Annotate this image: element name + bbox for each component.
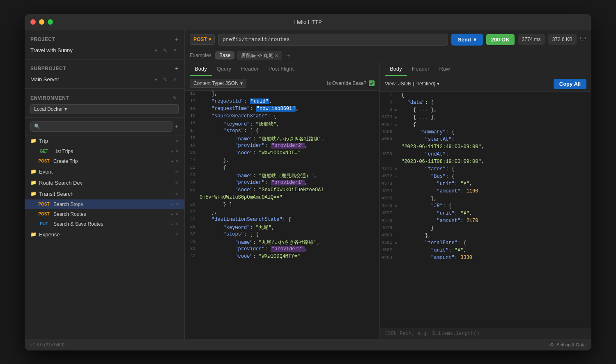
send-button[interactable]: Send ▾ (451, 34, 483, 46)
request-create-trip[interactable]: POST Create Trip + ✕ (25, 156, 184, 166)
folder-close-transit-search[interactable]: ✕ (175, 191, 179, 197)
close-search-routes-button[interactable]: ✕ (175, 211, 179, 217)
code-line-20: 20 "code": "WXw1ODcxNDI=" (185, 150, 379, 157)
folder-item-route-search-dev[interactable]: 📁 Route Search Dev ✕ (25, 177, 184, 188)
folder-item-transit-search[interactable]: 📁 Transit Search ✕ (25, 188, 184, 199)
example-tab-base-label: Base (219, 53, 230, 58)
add-request-button[interactable]: + (175, 123, 179, 130)
code-line-15: 15 "sourceSearchState": { (185, 113, 379, 120)
request-search-stops[interactable]: POST Search Stops + ✕ (25, 199, 184, 209)
add-search-save-routes-button[interactable]: + (171, 222, 174, 227)
override-checkbox[interactable] (369, 80, 375, 86)
tab-query[interactable]: Query (212, 62, 236, 76)
example-tab-karasen-close[interactable]: ✕ (275, 53, 278, 58)
method-chevron-icon: ▾ (209, 37, 211, 42)
project-close-button[interactable]: ✕ (171, 47, 179, 54)
close-icon[interactable]: ✕ (395, 174, 397, 179)
add-subproject-button[interactable]: + (175, 65, 179, 72)
example-tab-base[interactable]: Base (215, 51, 234, 60)
send-label: Send (458, 37, 471, 43)
tab-body[interactable]: Body (190, 62, 212, 76)
folder-icon-transit-search: 📁 (30, 191, 37, 197)
copy-all-button[interactable]: Copy All (554, 79, 586, 89)
folder-item-event[interactable]: 📁 Event ✕ (25, 166, 184, 177)
app-window: Hello HTTP Project + Travel with Sunny ▾… (25, 14, 591, 350)
request-search-routes[interactable]: POST Search Routes + ✕ (25, 209, 184, 219)
search-input[interactable] (30, 121, 172, 132)
resp-line-4577: 4577 "unit": "¥", (380, 210, 591, 217)
close-search-stops-button[interactable]: ✕ (175, 201, 179, 207)
close-icon[interactable]: ✕ (395, 123, 397, 127)
close-icon[interactable]: ✕ (395, 167, 397, 172)
add-search-stops-button[interactable]: + (171, 202, 174, 207)
maximize-button[interactable] (48, 19, 53, 25)
add-search-routes-button[interactable]: + (171, 212, 174, 217)
chevron-down-icon: ▾ (64, 106, 67, 112)
content-type-chevron-icon: ▾ (240, 80, 243, 86)
example-tab-karasen[interactable]: 唐船峡 -> 丸尾 ✕ (237, 51, 282, 60)
folder-close-trip[interactable]: ✕ (175, 138, 179, 144)
folder-close-event[interactable]: ✕ (175, 169, 179, 174)
close-icon[interactable]: ✕ (395, 241, 397, 245)
add-project-button[interactable]: + (175, 36, 179, 43)
close-create-trip-button[interactable]: ✕ (175, 158, 179, 164)
project-dropdown-button[interactable]: ▾ (153, 47, 159, 54)
resp-line-4581: 4581 ✕ "totalFare": { (380, 240, 591, 247)
view-label: View: JSON (Prettified) (385, 81, 435, 87)
project-edit-button[interactable]: ✎ (161, 47, 169, 54)
project-section: Project + Travel with Sunny ▾ ✎ ✕ (25, 30, 184, 60)
main-area: POST ▾ Send ▾ 200 OK 3774 ms 372.6 KB 🛡 … (185, 30, 591, 339)
settings-button[interactable]: ⚙ Setting & Data (550, 342, 586, 348)
examples-add-button[interactable]: + (286, 52, 290, 59)
tab-response-raw[interactable]: Raw (434, 62, 455, 76)
code-line-13: 13 "requestId": "uuid", (185, 98, 379, 105)
method-select[interactable]: POST ▾ (190, 34, 215, 45)
resp-line-4575: 4575 }, (380, 195, 591, 203)
tab-response-header[interactable]: Header (407, 62, 434, 76)
subproject-header: Subproject + (30, 63, 179, 74)
url-input[interactable] (218, 34, 448, 46)
close-icon[interactable]: ✕ (395, 204, 397, 208)
environment-select[interactable]: Local Docker ▾ (30, 104, 179, 114)
close-search-save-routes-button[interactable]: ✕ (175, 221, 179, 227)
tab-header[interactable]: Header (236, 62, 264, 76)
shield-icon[interactable]: 🛡 (580, 36, 586, 43)
add-list-trips-button[interactable]: + (171, 149, 174, 154)
tab-post-flight[interactable]: Post Flight (264, 62, 299, 76)
view-select[interactable]: View: JSON (Prettified) ▾ (385, 81, 439, 87)
folder-item-expense[interactable]: 📁 Expense ✕ (25, 229, 184, 240)
response-body-editor[interactable]: 1 { 2 "data": [ 3 ▶ { ... (380, 92, 591, 328)
minimize-button[interactable] (39, 19, 44, 25)
folder-close-expense[interactable]: ✕ (175, 232, 179, 237)
content-type-select[interactable]: Content Type: JSON ▾ (190, 79, 246, 88)
code-line-17: 17 "stops": [ { (185, 128, 379, 135)
close-button[interactable] (30, 19, 36, 25)
request-body-editor[interactable]: 12 ], 13 "requestId": "uuid", 14 "reques… (185, 91, 379, 339)
resp-line-4573: 4573 "unit": "¥", (380, 181, 591, 188)
request-actions: + ✕ (171, 149, 179, 154)
resp-line-3a: 3 ▶ { ... }, (380, 107, 591, 114)
environment-edit-button[interactable]: ✎ (171, 94, 179, 102)
request-list-trips[interactable]: GET List Trips + ✕ (25, 147, 184, 156)
close-list-trips-button[interactable]: ✕ (175, 149, 179, 154)
resp-line-3373: 3373 ▶ { ... }, (380, 114, 591, 121)
caret-icon[interactable]: ▶ (395, 108, 397, 112)
response-pane-tabs: Body Header Raw (380, 62, 591, 76)
code-line-24: 24 "provider": "provider1", (185, 179, 379, 187)
method-badge-search-save-routes: PUT (37, 222, 51, 226)
subproject-dropdown-button[interactable]: ▾ (153, 76, 159, 83)
request-search-save-routes[interactable]: PUT Search & Save Routes + ✕ (25, 219, 184, 229)
add-create-trip-button[interactable]: + (171, 159, 174, 164)
request-actions-search-routes: + ✕ (171, 211, 179, 217)
folder-icon-trip: 📁 (30, 138, 37, 144)
subproject-edit-button[interactable]: ✎ (161, 76, 169, 83)
caret-icon[interactable]: ▶ (395, 115, 397, 120)
statusbar: v1.5.0 (21b7460) ⚙ Setting & Data (25, 339, 591, 350)
folder-item-trip[interactable]: 📁 Trip ✕ (25, 135, 184, 147)
tab-response-body[interactable]: Body (385, 62, 407, 76)
folder-icon-expense: 📁 (30, 231, 37, 237)
subproject-close-button[interactable]: ✕ (171, 76, 179, 83)
method-badge-search-stops: POST (37, 202, 51, 206)
folder-close-route-search-dev[interactable]: ✕ (175, 180, 179, 185)
code-line-23: 23 "name": "唐船峡（鹿児島交通）", (185, 172, 379, 179)
